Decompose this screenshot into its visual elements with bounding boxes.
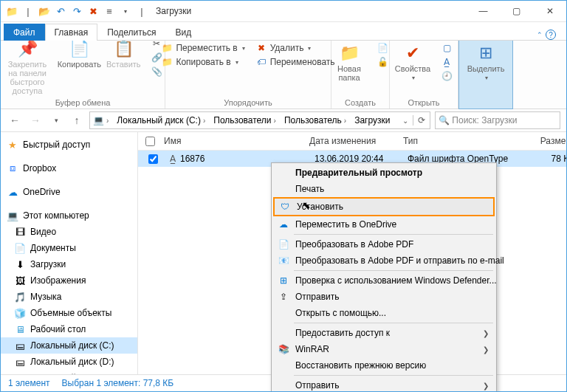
col-type[interactable]: Тип xyxy=(397,136,520,146)
window-title: Загрузки xyxy=(153,6,191,16)
sidebar-item-drive-d[interactable]: 🖴Локальный диск (D:) xyxy=(1,354,137,370)
window-controls: — ▢ ✕ xyxy=(467,1,566,21)
sidebar-item-desktop[interactable]: 🖥Рабочий стол xyxy=(1,321,137,337)
sidebar-quick-access[interactable]: ★Быстрый доступ xyxy=(1,137,137,153)
group-label: Буфер обмена xyxy=(5,97,160,109)
ctx-install[interactable]: 🛡Установить xyxy=(273,197,495,216)
group-label xyxy=(464,97,508,109)
sidebar-item-3dobjects[interactable]: 🧊Объемные объекты xyxy=(1,305,137,321)
pin-button[interactable]: 📌Закрепить на панели быстрого доступа xyxy=(0,38,55,97)
ctx-print[interactable]: Печать xyxy=(273,181,495,197)
ctx-onedrive[interactable]: ☁Переместить в OneDrive xyxy=(273,216,495,233)
ctx-openwith[interactable]: Открыть с помощью... xyxy=(273,305,495,321)
search-input[interactable]: 🔍 Поиск: Загрузки xyxy=(435,111,560,129)
close-button[interactable]: ✕ xyxy=(533,1,566,21)
delete-button[interactable]: ✖Удалить▾ xyxy=(252,42,338,54)
move-to-button[interactable]: 📁Переместить в▾ xyxy=(158,42,247,54)
properties-button[interactable]: ✔Свойства▾ xyxy=(392,42,433,83)
ribbon-tabs: Файл Главная Поделиться Вид ⌃ ? xyxy=(1,22,566,41)
app-icon: 📁 xyxy=(5,4,18,18)
copy-to-button[interactable]: 📁Копировать в▾ xyxy=(158,56,247,68)
pdf-mail-icon: 📧 xyxy=(278,255,289,266)
group-open: ✔Свойства▾ ▢ A̲ 🕘 Открыть xyxy=(390,41,458,109)
quick-access-toolbar: 📁 | 📂 ↶ ↷ ✖ ≡ ▾ | xyxy=(1,4,153,18)
explorer-window: 📁 | 📂 ↶ ↷ ✖ ≡ ▾ | Загрузки — ▢ ✕ Файл Гл… xyxy=(0,0,567,392)
up-button[interactable]: ↑ xyxy=(69,112,85,128)
properties-icon[interactable]: ≡ xyxy=(103,4,116,18)
tab-view[interactable]: Вид xyxy=(165,24,201,41)
sidebar-thispc[interactable]: 💻Этот компьютер xyxy=(1,207,137,224)
maximize-button[interactable]: ▢ xyxy=(500,1,533,21)
shield-icon: 🛡 xyxy=(279,202,291,212)
pdf-icon: 📄 xyxy=(278,239,289,250)
tab-share[interactable]: Поделиться xyxy=(97,24,165,41)
sidebar-item-pictures[interactable]: 🖼Изображения xyxy=(1,272,137,289)
group-clipboard: 📌Закрепить на панели быстрого доступа 📄К… xyxy=(1,41,165,109)
back-button[interactable]: ← xyxy=(7,112,23,128)
navigation-pane: ★Быстрый доступ ⧈Dropbox ☁OneDrive 💻Этот… xyxy=(1,132,138,374)
col-checkbox[interactable] xyxy=(142,134,158,148)
sidebar-dropbox[interactable]: ⧈Dropbox xyxy=(1,160,137,176)
ctx-restore[interactable]: Восстановить прежнюю версию xyxy=(273,357,495,374)
column-headers: Имя Дата изменения Тип Размер xyxy=(138,132,566,151)
edit-icon[interactable]: A̲ xyxy=(438,56,456,68)
group-organize: 📁Переместить в▾ 📁Копировать в▾ ✖Удалить▾… xyxy=(165,41,331,109)
group-label: Упорядочить xyxy=(170,97,326,109)
group-new: 📁Новая папка 📄 🔓 Создать xyxy=(331,41,390,109)
col-name[interactable]: Имя xyxy=(158,136,303,146)
easy-access-icon[interactable]: 🔓 xyxy=(374,56,391,68)
ctx-winrar[interactable]: 📚WinRAR❯ xyxy=(273,341,495,357)
qat-dropdown-icon[interactable]: ▾ xyxy=(119,4,132,18)
chevron-right-icon: ❯ xyxy=(483,382,489,390)
sidebar-item-downloads[interactable]: ⬇Загрузки xyxy=(1,256,137,272)
breadcrumb[interactable]: 💻› Локальный диск (C:)› Пользователи› По… xyxy=(89,111,430,129)
defender-icon: ⊞ xyxy=(278,275,289,286)
history-icon[interactable]: 🕘 xyxy=(438,70,456,82)
ctx-share[interactable]: Предоставить доступ к❯ xyxy=(273,325,495,341)
ctx-send2[interactable]: Отправить❯ xyxy=(273,377,495,392)
sidebar-onedrive[interactable]: ☁OneDrive xyxy=(1,184,137,200)
chevron-right-icon: ❯ xyxy=(483,345,489,354)
recent-button[interactable]: ▾ xyxy=(48,112,64,128)
tab-home[interactable]: Главная xyxy=(45,24,98,41)
new-item-icon[interactable]: 📄 xyxy=(374,42,391,54)
sidebar-item-music[interactable]: 🎵Музыка xyxy=(1,289,137,305)
context-menu: Предварительный просмотр Печать 🛡Установ… xyxy=(271,162,497,392)
row-checkbox[interactable] xyxy=(148,154,158,164)
qat-separator: | xyxy=(135,4,148,18)
font-file-icon: A̲ xyxy=(170,154,176,164)
select-button[interactable]: ⊞Выделить▾ xyxy=(464,42,508,83)
group-label: Создать xyxy=(336,97,385,109)
tab-file[interactable]: Файл xyxy=(4,24,45,41)
qat-open-icon[interactable]: 📂 xyxy=(38,4,51,18)
new-folder-button[interactable]: 📁Новая папка xyxy=(329,42,369,83)
rename-button[interactable]: 🏷Переименовать xyxy=(252,56,338,68)
ctx-defender[interactable]: ⊞Проверка с использованием Windows Defen… xyxy=(273,272,495,289)
paste-button[interactable]: 📋Вставить xyxy=(103,38,143,70)
sidebar-item-drive-c[interactable]: 🖴Локальный диск (C:) xyxy=(1,337,137,354)
col-date[interactable]: Дата изменения xyxy=(303,136,397,146)
open-icon[interactable]: ▢ xyxy=(438,42,456,54)
ctx-adobe-pdf-mail[interactable]: 📧Преобразовать в Adobe PDF и отправить п… xyxy=(273,252,495,269)
forward-button[interactable]: → xyxy=(27,112,44,128)
title-bar: 📁 | 📂 ↶ ↷ ✖ ≡ ▾ | Загрузки — ▢ ✕ xyxy=(1,1,566,22)
sidebar-item-documents[interactable]: 📄Документы xyxy=(1,240,137,256)
winrar-icon: 📚 xyxy=(278,344,289,354)
ribbon-collapse[interactable]: ⌃ ? xyxy=(532,30,560,40)
onedrive-icon: ☁ xyxy=(278,219,289,230)
ctx-preview[interactable]: Предварительный просмотр xyxy=(273,165,495,181)
qat-separator: | xyxy=(21,4,35,18)
sidebar-item-videos[interactable]: 🎞Видео xyxy=(1,224,137,240)
ribbon: 📌Закрепить на панели быстрого доступа 📄К… xyxy=(1,41,566,109)
col-size[interactable]: Размер xyxy=(520,136,567,146)
copy-button[interactable]: 📄Копировать xyxy=(59,38,99,70)
address-bar: ← → ▾ ↑ 💻› Локальный диск (C:)› Пользова… xyxy=(1,109,566,132)
undo-icon[interactable]: ↶ xyxy=(54,4,67,18)
group-label: Открыть xyxy=(394,97,453,109)
delete-icon[interactable]: ✖ xyxy=(86,4,100,18)
ctx-adobe-pdf[interactable]: 📄Преобразовать в Adobe PDF xyxy=(273,236,495,252)
redo-icon[interactable]: ↷ xyxy=(70,4,83,18)
minimize-button[interactable]: — xyxy=(467,1,500,21)
chevron-right-icon: ❯ xyxy=(483,329,489,337)
ctx-send[interactable]: ⇪Отправить xyxy=(273,289,495,305)
